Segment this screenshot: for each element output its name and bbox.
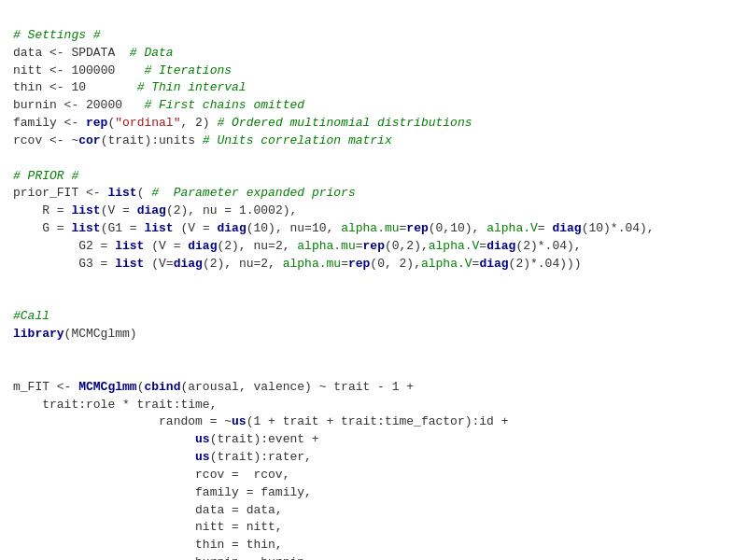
mfit-us1: (1 + trait + trait:time_factor):id + — [247, 414, 509, 428]
code-editor: # Settings # data <- SPDATA # Data nitt … — [13, 9, 734, 560]
family-assignment: family <- — [13, 116, 86, 130]
g2-rep1: (0,2), — [385, 239, 429, 253]
prior-fit-line: prior_FIT <- — [13, 186, 107, 200]
us-keyword1: us — [232, 414, 247, 428]
thin-spaces — [86, 80, 137, 94]
ordinal-string: "ordinal" — [115, 116, 180, 130]
family-comment: # Ordered multinomial distributions — [217, 116, 472, 130]
data-comment: # Data — [130, 46, 174, 60]
r-line: R = — [13, 203, 71, 217]
mcmcglmm-keyword: MCMCglmm — [78, 380, 136, 394]
alpha-mu2: alpha.mu — [297, 239, 355, 253]
mfit-assignment: m_FIT <- — [13, 380, 78, 394]
rep-keyword: rep — [86, 116, 107, 130]
rcov-comment: # Units correlation matrix — [203, 133, 392, 147]
burnin-spaces — [122, 98, 144, 112]
diag-keyword2: diag — [217, 221, 246, 235]
g2-args: (V = — [144, 239, 188, 253]
rcov-assignment: rcov <- — [13, 133, 71, 147]
g2-line: G2 = — [13, 239, 115, 253]
mfit-us2: (trait):event + — [210, 432, 319, 446]
alpha-mu3: alpha.mu — [283, 257, 341, 271]
us-keyword2: us — [195, 432, 210, 446]
mfit-rcov: rcov = rcov, — [13, 468, 289, 482]
g3-diag2: (2)*.04))) — [509, 257, 582, 271]
data-assignment: data <- SPDATA — [13, 46, 130, 60]
prior-inline-comment: # Parameter expanded priors — [151, 186, 355, 200]
list-keyword5: list — [115, 239, 144, 253]
g2-eq2: = — [479, 239, 486, 253]
diag-keyword3: diag — [552, 221, 581, 235]
prior-comment: # PRIOR # — [13, 169, 78, 183]
cor-keyword: cor — [78, 133, 100, 147]
list-keyword6: list — [115, 257, 144, 271]
g2-diag: (2), nu=2, — [217, 239, 297, 253]
g1-diag: (10), nu=10, — [247, 221, 341, 235]
mfit-family: family = family, — [13, 485, 312, 499]
rcov-args: (trait):units — [101, 133, 203, 147]
rep-keyword2: rep — [406, 221, 428, 235]
g2-diag2: (2)*.04), — [515, 239, 581, 253]
rep-keyword3: rep — [363, 239, 385, 253]
diag-keyword7: diag — [479, 257, 508, 271]
g3-diag: (2), nu=2, — [203, 257, 283, 271]
prior-paren: ( — [137, 186, 152, 200]
mfit-random: random = ~ — [13, 414, 232, 428]
alpha-v1: alpha.V — [486, 221, 538, 235]
library-keyword: library — [13, 327, 64, 341]
burnin-value: 20000 — [86, 98, 122, 112]
mfit-us3-line — [13, 450, 195, 464]
r-diag-args: (2), nu = 1.0002), — [166, 203, 297, 217]
thin-value: 10 — [71, 80, 86, 94]
nitt-value: 100000 — [71, 63, 115, 77]
g1-diag2: (10)*.04), — [582, 221, 655, 235]
list-keyword3: list — [71, 221, 100, 235]
burnin-comment: # First chains omitted — [144, 98, 304, 112]
mfit-cbind: (arousal, valence) ~ trait - 1 + — [180, 380, 414, 394]
g3-eq1: = — [341, 257, 348, 271]
g-args: (G1 = — [101, 221, 145, 235]
cbind-keyword: cbind — [144, 380, 180, 394]
alpha-v3: alpha.V — [421, 257, 472, 271]
list-keyword2: list — [71, 203, 100, 217]
diag-keyword1: diag — [137, 203, 166, 217]
nitt-assignment: nitt <- — [13, 63, 71, 77]
r-args: (V = — [101, 203, 137, 217]
mfit-thin: thin = thin, — [13, 538, 283, 552]
list-keyword1: list — [107, 186, 136, 200]
mfit-nitt: nitt = nitt, — [13, 520, 283, 534]
alpha-v2: alpha.V — [429, 239, 480, 253]
mfit-data: data = data, — [13, 503, 283, 517]
family-args2: , 2) — [180, 116, 217, 130]
thin-assignment: thin <- — [13, 80, 71, 94]
rep-keyword4: rep — [348, 257, 370, 271]
g1-args: (V = — [174, 221, 218, 235]
nitt-spaces — [115, 63, 144, 77]
g-line: G = — [13, 221, 71, 235]
mfit-us3: (trait):rater, — [210, 450, 312, 464]
diag-keyword6: diag — [174, 257, 203, 271]
mfit-us2-line — [13, 432, 195, 446]
mfit-line2: trait:role * trait:time, — [13, 398, 217, 412]
library-args: (MCMCglmm) — [64, 327, 137, 341]
thin-comment: # Thin interval — [137, 80, 247, 94]
g2-eq1: = — [356, 239, 363, 253]
us-keyword3: us — [195, 450, 210, 464]
diag-keyword5: diag — [486, 239, 515, 253]
g3-line: G3 = — [13, 257, 115, 271]
g1-eq2: = — [538, 221, 553, 235]
mfit-burnin: burnin = burnin, — [13, 555, 312, 560]
list-keyword4: list — [144, 221, 173, 235]
g3-args: (V= — [144, 257, 173, 271]
diag-keyword4: diag — [188, 239, 217, 253]
alpha-mu1: alpha.mu — [341, 221, 399, 235]
call-comment: #Call — [13, 309, 49, 323]
burnin-assignment: burnin <- — [13, 98, 86, 112]
g3-rep1: (0, 2), — [370, 257, 421, 271]
settings-comment: # Settings # — [13, 28, 101, 42]
nitt-comment: # Iterations — [144, 63, 232, 77]
g1-rep1: (0,10), — [429, 221, 486, 235]
